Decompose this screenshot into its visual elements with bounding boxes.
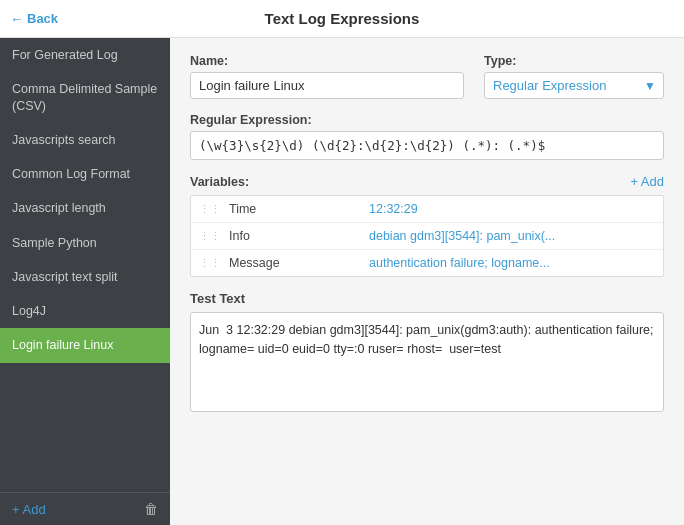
sidebar-item-login-failure-linux[interactable]: Login failure Linux — [0, 328, 170, 362]
drag-handle-icon: ⋮⋮ — [199, 203, 221, 216]
type-label: Type: — [484, 54, 664, 68]
var-value: debian gdm3][3544]: pam_unix(... — [369, 229, 655, 243]
content-area: Name: Type: Regular ExpressionSimpleJSON… — [170, 38, 684, 525]
table-row: ⋮⋮ Time 12:32:29 — [191, 196, 663, 223]
test-text-input[interactable] — [190, 312, 664, 412]
variables-table: ⋮⋮ Time 12:32:29 ⋮⋮ Info debian gdm3][35… — [190, 195, 664, 277]
regex-section: Regular Expression: — [190, 113, 664, 160]
type-select[interactable]: Regular ExpressionSimpleJSON — [484, 72, 664, 99]
drag-handle-icon: ⋮⋮ — [199, 257, 221, 270]
main-layout: For Generated LogComma Delimited Sample … — [0, 38, 684, 525]
variables-add-button[interactable]: + Add — [630, 174, 664, 189]
drag-handle-icon: ⋮⋮ — [199, 230, 221, 243]
back-arrow-icon: ← — [10, 11, 24, 27]
variables-header: Variables: + Add — [190, 174, 664, 189]
sidebar-delete-button[interactable]: 🗑 — [144, 501, 158, 517]
name-type-row: Name: Type: Regular ExpressionSimpleJSON… — [190, 54, 664, 99]
sidebar-item-javascript-length[interactable]: Javascript length — [0, 191, 170, 225]
sidebar-item-comma-delimited-sample[interactable]: Comma Delimited Sample (CSV) — [0, 72, 170, 123]
regex-label: Regular Expression: — [190, 113, 664, 127]
var-name: Time — [229, 202, 369, 216]
sidebar-item-sample-python[interactable]: Sample Python — [0, 226, 170, 260]
variables-label: Variables: — [190, 175, 249, 189]
test-section: Test Text — [190, 291, 664, 415]
variables-section: Variables: + Add ⋮⋮ Time 12:32:29 ⋮⋮ Inf… — [190, 174, 664, 277]
var-name: Info — [229, 229, 369, 243]
sidebar-item-for-generated-log[interactable]: For Generated Log — [0, 38, 170, 72]
type-select-wrapper: Regular ExpressionSimpleJSON ▼ — [484, 72, 664, 99]
var-name: Message — [229, 256, 369, 270]
regex-input[interactable] — [190, 131, 664, 160]
table-row: ⋮⋮ Message authentication failure; logna… — [191, 250, 663, 276]
name-label: Name: — [190, 54, 464, 68]
name-group: Name: — [190, 54, 464, 99]
sidebar-item-common-log-format[interactable]: Common Log Format — [0, 157, 170, 191]
back-button[interactable]: ← Back — [10, 11, 58, 27]
sidebar: For Generated LogComma Delimited Sample … — [0, 38, 170, 525]
var-value: 12:32:29 — [369, 202, 655, 216]
sidebar-item-javascripts-search[interactable]: Javascripts search — [0, 123, 170, 157]
table-row: ⋮⋮ Info debian gdm3][3544]: pam_unix(... — [191, 223, 663, 250]
name-input[interactable] — [190, 72, 464, 99]
back-label: Back — [27, 11, 58, 26]
page-title: Text Log Expressions — [265, 10, 420, 27]
page-header: ← Back Text Log Expressions — [0, 0, 684, 38]
var-value: authentication failure; logname... — [369, 256, 655, 270]
test-text-label: Test Text — [190, 291, 664, 306]
type-group: Type: Regular ExpressionSimpleJSON ▼ — [484, 54, 664, 99]
sidebar-item-log4j[interactable]: Log4J — [0, 294, 170, 328]
sidebar-add-button[interactable]: + Add — [12, 502, 46, 517]
sidebar-item-javascript-text-split[interactable]: Javascript text split — [0, 260, 170, 294]
sidebar-footer: + Add 🗑 — [0, 492, 170, 525]
